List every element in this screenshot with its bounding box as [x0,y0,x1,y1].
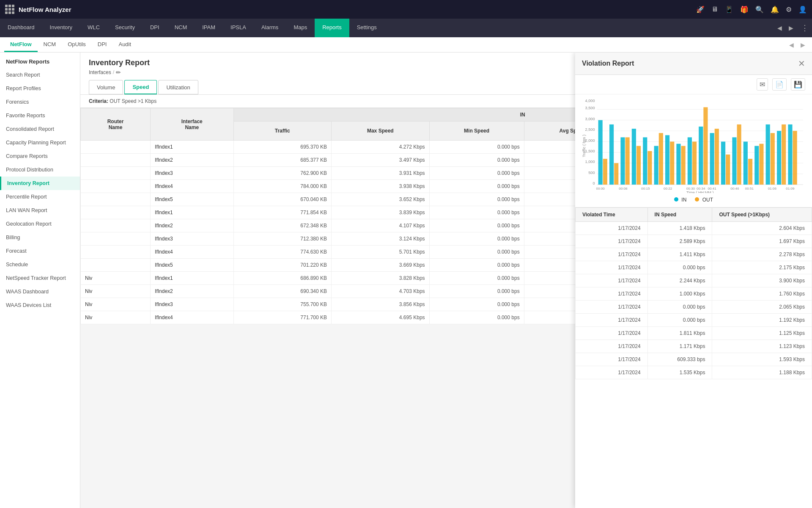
subnav-dpi[interactable]: DPI [92,37,113,52]
vcell-in: 1.411 Kbps [647,248,712,261]
sidebar-item-percentile-report[interactable]: Percentile Report [0,190,80,204]
svg-text:00:22: 00:22 [664,187,672,190]
cell-iface: IfIndex4 [151,180,233,193]
gift-icon[interactable]: 🎁 [740,6,749,14]
svg-rect-31 [670,142,674,185]
app-title: NetFlow Analyzer [19,6,71,13]
svg-text:4,000: 4,000 [585,99,595,103]
sidebar-item-compare-reports[interactable]: Compare Reports [0,149,80,163]
col-interface-name: InterfaceName [151,108,233,141]
sidebar-item-forecast[interactable]: Forecast [0,244,80,258]
sidebar-item-geolocation[interactable]: Geolocation Report [0,217,80,231]
svg-rect-27 [647,151,652,185]
user-icon[interactable]: 👤 [798,6,807,14]
pdf-action-button[interactable]: 📄 [772,78,787,91]
sidebar: NetFlow Reports Search Report Report Pro… [0,52,80,508]
violation-table-row: 1/17/2024 0.000 bps 2.175 Kbps [576,261,812,274]
nav-wlc[interactable]: WLC [80,19,107,37]
sidebar-item-forensics[interactable]: Forensics [0,95,80,109]
cell-minspeed: 0.000 bps [429,167,524,180]
cell-traffic: 784.000 KB [233,180,332,193]
cell-traffic: 701.220 KB [233,259,332,272]
cell-traffic: 685.377 KB [233,154,332,167]
cell-iface: IfIndex3 [151,232,233,246]
svg-rect-38 [710,133,714,185]
criteria-value: OUT Speed >1 Kbps [110,98,156,104]
vcell-out: 3.900 Kbps [712,274,812,287]
nav-maps[interactable]: Maps [286,19,315,37]
violation-header: Violation Report ✕ [575,52,812,75]
svg-text:0: 0 [593,181,595,185]
sidebar-item-search-report[interactable]: Search Report [0,68,80,82]
nav-inventory[interactable]: Inventory [42,19,80,37]
nav-security[interactable]: Security [107,19,143,37]
cell-minspeed: 0.000 bps [429,232,524,246]
subnav-prev[interactable]: ◀ [787,41,796,48]
sidebar-item-protocol-distribution[interactable]: Protocol Distribution [0,163,80,177]
svg-text:1,500: 1,500 [585,149,595,153]
breadcrumb-interfaces[interactable]: Interfaces [89,69,111,75]
cell-traffic: 712.380 KB [233,232,332,246]
violation-overlay: Violation Report ✕ ✉ 📄 💾 0 500 1,000 1,5… [575,52,812,508]
search-icon[interactable]: 🔍 [755,6,764,14]
main-layout: NetFlow Reports Search Report Report Pro… [0,52,812,508]
svg-rect-35 [692,142,697,185]
sidebar-item-schedule[interactable]: Schedule [0,258,80,271]
subnav-next[interactable]: ▶ [798,41,808,48]
email-action-button[interactable]: ✉ [757,78,768,91]
tab-utilization[interactable]: Utilization [158,80,198,94]
subnav-ncm[interactable]: NCM [38,37,62,52]
tab-volume[interactable]: Volume [89,80,123,94]
tab-speed[interactable]: Speed [124,80,157,94]
gear-icon[interactable]: ⚙ [786,6,792,14]
svg-text:Traffic ( bps ): Traffic ( bps ) [582,135,586,157]
sidebar-item-netspeed[interactable]: NetSpeed Tracker Report [0,271,80,285]
grid-icon[interactable] [5,5,14,14]
cell-maxspeed: 3.856 Kbps [332,298,430,311]
nav-reports[interactable]: Reports [315,19,349,37]
svg-rect-41 [726,155,730,185]
cell-maxspeed: 3.669 Kbps [332,259,430,272]
violation-close-button[interactable]: ✕ [798,58,805,69]
cell-maxspeed: 3.652 Kbps [332,193,430,206]
subnav-netflow[interactable]: NetFlow [4,37,38,52]
sidebar-item-favorite-reports[interactable]: Favorite Reports [0,109,80,122]
svg-rect-53 [793,131,797,185]
vcell-in: 2.589 Kbps [647,235,712,248]
sidebar-item-capacity-planning[interactable]: Capacity Planning Report [0,136,80,149]
nav-settings[interactable]: Settings [349,19,384,37]
sidebar-item-inventory-report[interactable]: Inventory Report [0,177,80,190]
phone-icon[interactable]: 📱 [725,6,733,14]
nav-ncm[interactable]: NCM [167,19,195,37]
col-max-speed: Max Speed [332,121,430,141]
nav-ipsla[interactable]: IPSLA [223,19,254,37]
sidebar-item-waas-dashboard[interactable]: WAAS Dashboard [0,285,80,298]
vcell-out: 2.604 Kbps [712,222,812,235]
svg-rect-50 [777,131,781,185]
vcell-out: 1.125 Kbps [712,327,812,340]
nav-more-icon[interactable]: ⋮ [798,23,812,33]
nav-dpi[interactable]: DPI [143,19,167,37]
rocket-icon[interactable]: 🚀 [696,6,705,14]
sidebar-item-consolidated-report[interactable]: Consolidated Report [0,122,80,136]
sidebar-item-report-profiles[interactable]: Report Profiles [0,82,80,95]
cell-iface: IfIndex3 [151,167,233,180]
nav-alarms[interactable]: Alarms [254,19,286,37]
edit-icon[interactable]: ✏ [116,69,121,76]
violation-actions: ✉ 📄 💾 [575,75,812,94]
bell-icon[interactable]: 🔔 [771,6,779,14]
nav-ipam[interactable]: IPAM [195,19,223,37]
nav-prev-arrow[interactable]: ◀ [775,25,785,31]
sidebar-item-waas-devices[interactable]: WAAS Devices List [0,298,80,312]
sidebar-item-billing[interactable]: Billing [0,231,80,244]
subnav-oputils[interactable]: OpUtils [62,37,92,52]
nav-dashboard[interactable]: Dashboard [0,19,42,37]
svg-text:2,500: 2,500 [585,127,595,132]
subnav-audit[interactable]: Audit [112,37,137,52]
monitor-icon[interactable]: 🖥 [711,6,718,13]
nav-next-arrow[interactable]: ▶ [786,25,796,31]
sidebar-item-lan-wan[interactable]: LAN WAN Report [0,204,80,217]
save-action-button[interactable]: 💾 [791,78,805,91]
legend-in: IN [674,197,686,203]
vcell-out: 1.760 Kbps [712,287,812,301]
